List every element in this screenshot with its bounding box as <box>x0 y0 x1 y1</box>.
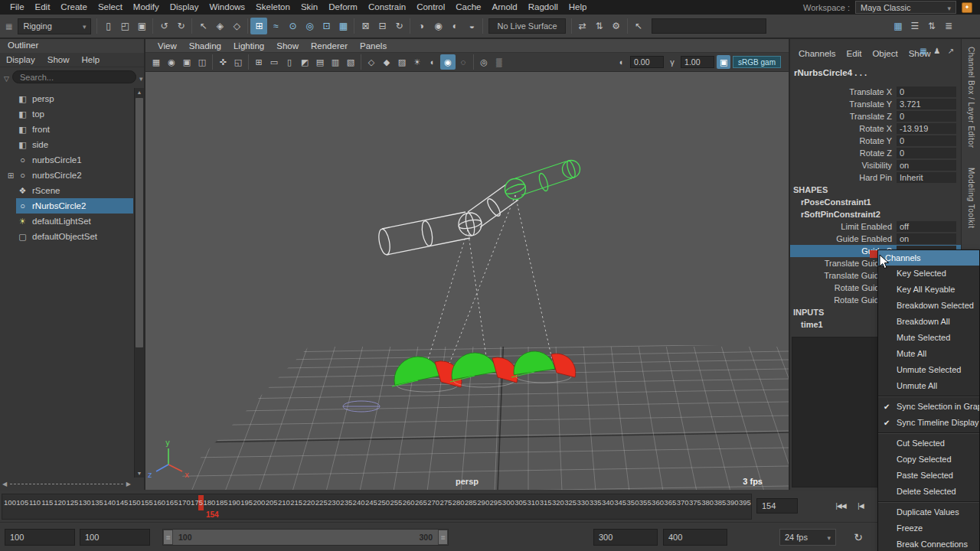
channel-value-field[interactable]: on <box>897 160 956 171</box>
reflection-icon[interactable]: ◐ <box>446 18 463 34</box>
viewport-menu-panels[interactable]: Panels <box>354 41 393 51</box>
colorspace-badge[interactable]: sRGB gam <box>733 56 781 68</box>
symmetry-icon[interactable]: ◑ <box>413 18 430 34</box>
timeline-tick[interactable]: 115 <box>41 498 53 507</box>
channelbox-menu-edit[interactable]: Edit <box>841 49 867 58</box>
grid-toggle-icon[interactable]: ⊞ <box>251 54 266 70</box>
snap-together-icon[interactable]: ⇄ <box>574 18 591 34</box>
film-gate-icon[interactable]: ▭ <box>266 54 282 70</box>
playback-start-field[interactable] <box>80 529 150 546</box>
timeline-tick[interactable]: 340 <box>602 498 614 507</box>
timeline-tick[interactable]: 205 <box>266 498 278 507</box>
exposure-field[interactable] <box>630 56 664 68</box>
output-connections-icon[interactable]: ⊟ <box>374 18 390 34</box>
shadows-icon[interactable]: ◐ <box>425 54 440 70</box>
context-menu-item-key-selected[interactable]: Key Selected <box>878 266 979 282</box>
channel-translate-x[interactable]: Translate X0 <box>790 86 961 98</box>
channel-value-field[interactable]: Inherit <box>897 172 956 183</box>
channel-guide-enabled[interactable]: Guide Enabledon <box>790 233 961 245</box>
viewport-menu-show[interactable]: Show <box>270 41 305 51</box>
pose-wheel-3[interactable] <box>511 349 576 383</box>
timeline-tick[interactable]: 130 <box>79 498 91 507</box>
redo-icon[interactable]: ↻ <box>172 18 189 34</box>
context-menu-item-break-connections[interactable]: Break Connections <box>878 536 979 551</box>
playback-loop-button[interactable]: ↻ <box>845 529 871 546</box>
animation-start-field[interactable] <box>5 529 75 546</box>
highlight-backfaces-icon[interactable]: ◒ <box>463 18 480 34</box>
context-menu-item-mute-all[interactable]: Mute All <box>878 346 979 362</box>
context-menu-item-paste-selected[interactable]: Paste Selected <box>878 468 979 484</box>
2d-pan-zoom-icon[interactable]: ✜ <box>215 54 230 70</box>
timeline-tick[interactable]: 195 <box>240 498 253 507</box>
timeline-tick[interactable]: 330 <box>577 498 589 507</box>
scrollbar-track[interactable] <box>10 484 123 484</box>
context-menu-item-cut-selected[interactable]: Cut Selected <box>878 435 979 452</box>
menubar-item-constrain[interactable]: Constrain <box>363 0 411 15</box>
menubar-item-modify[interactable]: Modify <box>128 0 165 15</box>
range-end-handle[interactable]: ≣ <box>438 530 448 545</box>
wireframe-mode-icon[interactable]: ◇ <box>364 54 379 70</box>
timeline-tick[interactable]: 140 <box>103 498 116 507</box>
timeline-tick[interactable]: 385 <box>714 498 726 507</box>
camera-bookmark-icon[interactable]: ▣ <box>179 54 194 70</box>
snap-to-curve-icon[interactable]: ≈ <box>267 18 284 34</box>
gamma-field[interactable] <box>681 56 714 68</box>
timeline-tick[interactable]: 235 <box>340 498 352 507</box>
select-by-object-icon[interactable]: ◈ <box>211 18 228 34</box>
outliner-menu-display[interactable]: Display <box>0 55 41 64</box>
menubar-item-deform[interactable]: Deform <box>323 0 363 15</box>
construction-history-icon[interactable]: ↻ <box>390 18 407 34</box>
timeline-tick[interactable]: 175 <box>191 498 203 507</box>
ground-manipulator[interactable] <box>343 401 380 412</box>
timeline-tick[interactable]: 215 <box>290 498 302 507</box>
channel-limit-enabled[interactable]: Limit Enabledoff <box>790 220 961 233</box>
select-camera-icon[interactable]: ▦ <box>149 54 164 70</box>
timeline-tick[interactable]: 305 <box>514 498 527 507</box>
outliner-horizontal-scrollbar[interactable]: ◀ ▶ <box>0 479 133 488</box>
screen-space-ao-icon[interactable]: ◉ <box>440 54 456 70</box>
timeline-tick[interactable]: 135 <box>91 498 103 507</box>
menubar-item-select[interactable]: Select <box>93 0 128 15</box>
viewport-menu-lighting[interactable]: Lighting <box>227 41 270 51</box>
grid-options-icon[interactable]: ▦ <box>890 18 906 34</box>
pointer-mode-icon[interactable]: ↖ <box>630 18 647 34</box>
context-menu-item-mute-selected[interactable]: Mute Selected <box>878 330 979 346</box>
timeline-tick[interactable]: 165 <box>166 498 178 507</box>
search-input[interactable] <box>12 70 136 83</box>
timeline-tick[interactable]: 170 <box>178 498 191 507</box>
context-menu-item-delete-selected[interactable]: Delete Selected <box>878 484 979 500</box>
motion-blur-icon[interactable]: ◌ <box>456 54 471 70</box>
timeline-tick[interactable]: 325 <box>564 498 577 507</box>
timeline-tick[interactable]: 110 <box>29 498 41 507</box>
isolate-select-icon[interactable]: ◎ <box>476 54 492 70</box>
make-object-live-icon[interactable]: ▦ <box>335 18 351 34</box>
menubar-item-create[interactable]: Create <box>55 0 93 15</box>
tool-settings-icon[interactable]: ⚙ <box>608 18 625 34</box>
timeline-tick[interactable]: 125 <box>66 498 78 507</box>
outliner-item-defaultlightset[interactable]: ☀defaultLightSet <box>0 214 133 229</box>
use-all-lights-icon[interactable]: ☀ <box>410 54 425 70</box>
snap-to-grid-icon[interactable]: ⊞ <box>250 18 267 34</box>
timeline-tick[interactable]: 300 <box>502 498 514 507</box>
snap-to-projected-center-icon[interactable]: ◎ <box>301 18 318 34</box>
scroll-up-icon[interactable]: ▲ <box>135 90 144 95</box>
safe-title-icon[interactable]: ▧ <box>343 54 358 70</box>
channel-value-field[interactable]: off <box>897 221 956 232</box>
timeline-tick[interactable]: 390 <box>727 498 739 507</box>
context-menu-item-sync-selection-in-graph[interactable]: ✔Sync Selection in Graph <box>878 399 979 415</box>
attribute-editor-toggle-icon[interactable]: ⇅ <box>923 18 940 34</box>
current-frame-field[interactable] <box>756 498 798 514</box>
view-transform-icon[interactable]: ▣ <box>717 55 730 69</box>
outliner-item-nurbscircle1[interactable]: ○nurbsCircle1 <box>0 152 133 168</box>
outliner-item-rnurbscircle2[interactable]: ○rNurbsCircle2 <box>0 198 133 214</box>
timeline-tick[interactable]: 345 <box>614 498 626 507</box>
channel-value-field[interactable]: 0 <box>897 148 956 158</box>
timeline-tick[interactable]: 105 <box>16 498 28 507</box>
timeline-tick[interactable]: 375 <box>689 498 701 507</box>
timeline-tick[interactable]: 365 <box>664 498 676 507</box>
timeline-tick[interactable]: 280 <box>452 498 465 507</box>
step-back-key-button[interactable]: |◀ <box>851 498 870 514</box>
timeline-tick[interactable]: 395 <box>739 498 751 507</box>
timeline-tick[interactable]: 150 <box>129 498 141 507</box>
snap-to-view-plane-icon[interactable]: ⊡ <box>318 18 335 34</box>
